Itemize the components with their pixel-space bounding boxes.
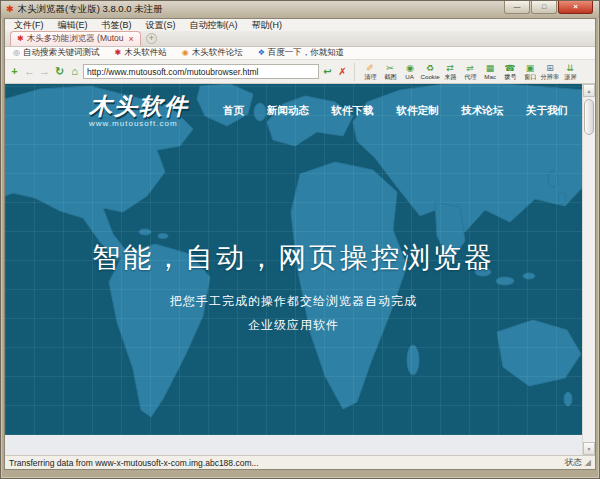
minimize-button[interactable]: —	[504, 1, 530, 14]
tab-favicon-icon: ✱	[17, 35, 24, 43]
site-header: 木头软件 www.mutousoft.com 首页新闻动态软件下载软件定制技术论…	[89, 94, 568, 128]
close-button[interactable]: ×	[558, 1, 593, 14]
bookmark-label: 木头软件站	[124, 47, 167, 59]
tab-active[interactable]: ✱ 木头多功能浏览器 (Mutou ×	[10, 31, 141, 46]
toolbar-nav-icon[interactable]: +	[8, 66, 21, 77]
site-logo[interactable]: 木头软件 www.mutousoft.com	[89, 94, 189, 128]
window-title: 木头浏览器(专业版) 3.8.0.0 未注册	[18, 3, 500, 16]
site-nav-link[interactable]: 首页	[223, 104, 244, 118]
go-icon[interactable]: ↩	[321, 67, 334, 77]
toolbar-action-button[interactable]: ◉ UA	[400, 63, 420, 81]
toolbar-action-label: 拨号	[504, 73, 516, 81]
toolbar-action-button[interactable]: ▦ Mac	[480, 63, 500, 81]
site-logo-url: www.mutousoft.com	[89, 119, 189, 128]
bookmark-item[interactable]: ❖ 百度一下，你就知道	[258, 47, 345, 59]
tab-bar: ✱ 木头多功能浏览器 (Mutou × +	[5, 31, 595, 47]
hero-title: 智能，自动，网页操控浏览器	[5, 239, 582, 277]
toolbar-action-button[interactable]: ☎ 拨号	[500, 63, 520, 81]
site-logo-title: 木头软件	[89, 94, 189, 118]
toolbar-action-icon: ▣	[526, 63, 535, 73]
toolbar-action-icon: ⇌	[466, 63, 474, 73]
toolbar-nav-icon[interactable]: →	[38, 66, 51, 77]
toolbar-action-button[interactable]: ⇌ 代理	[460, 63, 480, 81]
site-nav-link[interactable]: 新闻动态	[267, 104, 309, 118]
window-controls: — □ ×	[504, 1, 593, 14]
toolbar-action-label: 代理	[464, 73, 476, 81]
toolbar-action-label: Mac	[484, 73, 496, 81]
toolbar-action-icon: ▦	[486, 63, 495, 73]
bookmark-favicon-icon: ❖	[258, 49, 265, 57]
toolbar-action-button[interactable]: ♻ Cookie	[420, 63, 440, 81]
toolbar-action-label: 分辨率	[541, 73, 560, 81]
hero-section: 智能，自动，网页操控浏览器 把您手工完成的操作都交给浏览器自动完成 企业级应用软…	[5, 239, 582, 334]
toolbar-action-label: 滚屏	[564, 73, 576, 81]
toolbar-action-icon: ⇄	[446, 63, 454, 73]
menu-item[interactable]: 编辑(E)	[51, 19, 95, 31]
toolbar-action-button[interactable]: ▣ 窗口	[520, 63, 540, 81]
toolbar-action-label: 清理	[364, 73, 376, 81]
toolbar-action-label: 来路	[444, 73, 456, 81]
toolbar-action-label: 窗口	[524, 73, 536, 81]
maximize-button[interactable]: □	[531, 1, 557, 14]
bookmark-favicon-icon: ◎	[13, 49, 20, 57]
status-bar: Transferring data from www-x-mutousoft-x…	[5, 455, 595, 469]
scroll-up-icon[interactable]: ▲	[583, 84, 595, 97]
menu-item[interactable]: 帮助(H)	[245, 19, 290, 31]
toolbar-action-icon: ☎	[504, 63, 515, 73]
bookmark-label: 百度一下，你就知道	[268, 47, 345, 59]
status-label: 状态	[565, 457, 582, 469]
toolbar-action-icon: ◉	[406, 63, 414, 73]
site-nav-link[interactable]: 软件下载	[332, 104, 374, 118]
stop-icon[interactable]: ✗	[336, 67, 349, 77]
bookmark-favicon-icon: ◉	[182, 49, 189, 57]
toolbar-action-label: UA	[406, 73, 415, 81]
toolbar-separator	[354, 63, 355, 81]
browser-window: ✱ 木头浏览器(专业版) 3.8.0.0 未注册 — □ × 文件(F)编辑(E…	[0, 0, 600, 479]
menu-item[interactable]: 设置(S)	[139, 19, 183, 31]
menu-item[interactable]: 文件(F)	[7, 19, 51, 31]
toolbar-action-button[interactable]: ⇄ 来路	[440, 63, 460, 81]
bookmark-item[interactable]: ◉ 木头软件论坛	[182, 47, 243, 59]
address-input[interactable]	[83, 64, 319, 79]
toolbar-action-button[interactable]: ✂ 截图	[380, 63, 400, 81]
site-nav-link[interactable]: 软件定制	[396, 104, 438, 118]
scroll-down-icon[interactable]: ▼	[583, 442, 595, 455]
bookmark-label: 木头软件论坛	[192, 47, 243, 59]
hero-subtitle-1: 把您手工完成的操作都交给浏览器自动完成	[5, 293, 582, 310]
web-page: 木头软件 www.mutousoft.com 首页新闻动态软件下载软件定制技术论…	[5, 84, 582, 455]
address-toolbar: +←→↻⌂ ↩ ✗ ✐ 清理 ✂ 截图	[5, 60, 595, 84]
menu-item[interactable]: 书签(B)	[95, 19, 139, 31]
bookmark-label: 自动搜索关键词测试	[23, 47, 100, 59]
toolbar-action-icon: ⊞	[546, 63, 554, 73]
site-nav: 首页新闻动态软件下载软件定制技术论坛关于我们	[223, 104, 568, 118]
toolbar-action-button[interactable]: ✐ 清理	[360, 63, 380, 81]
resize-grip[interactable]: ◢	[585, 459, 591, 467]
toolbar-action-buttons: ✐ 清理 ✂ 截图 ◉ UA ♻ Cookie	[360, 63, 580, 81]
toolbar-nav-icon[interactable]: ⌂	[68, 66, 81, 77]
page-next-section	[5, 435, 582, 455]
scrollbar-thumb[interactable]	[584, 99, 594, 135]
world-map-hero: 木头软件 www.mutousoft.com 首页新闻动态软件下载软件定制技术论…	[5, 84, 582, 435]
client-area: 文件(F)编辑(E)书签(B)设置(S)自动控制(A)帮助(H) ✱ 木头多功能…	[4, 18, 596, 470]
menu-item[interactable]: 自动控制(A)	[183, 19, 245, 31]
toolbar-action-label: Cookie	[420, 73, 439, 81]
bookmark-item[interactable]: ✱ 木头软件站	[114, 47, 166, 59]
site-nav-link[interactable]: 技术论坛	[461, 104, 503, 118]
menu-bar: 文件(F)编辑(E)书签(B)设置(S)自动控制(A)帮助(H)	[5, 19, 595, 31]
toolbar-nav-icon[interactable]: ←	[23, 66, 36, 77]
site-nav-link[interactable]: 关于我们	[526, 104, 568, 118]
toolbar-nav-icon[interactable]: ↻	[53, 66, 66, 77]
toolbar-action-icon: ✐	[366, 63, 374, 73]
status-text: Transferring data from www-x-mutousoft-x…	[9, 458, 259, 468]
bookmark-item[interactable]: ◎ 自动搜索关键词测试	[13, 47, 99, 59]
toolbar-action-button[interactable]: ⊞ 分辨率	[540, 63, 560, 81]
vertical-scrollbar[interactable]: ▲ ▼	[582, 84, 595, 455]
toolbar-action-icon: ⇊	[566, 63, 574, 73]
bookmarks-bar: ◎ 自动搜索关键词测试 ✱ 木头软件站 ◉ 木头软件论坛 ❖ 百度一下，你就知道	[5, 47, 595, 60]
tab-title: 木头多功能浏览器 (Mutou	[27, 33, 124, 45]
new-tab-button[interactable]: +	[146, 33, 157, 44]
title-bar: ✱ 木头浏览器(专业版) 3.8.0.0 未注册 — □ ×	[1, 1, 599, 18]
toolbar-action-icon: ✂	[386, 63, 394, 73]
tab-close-icon[interactable]: ×	[129, 35, 134, 44]
toolbar-action-button[interactable]: ⇊ 滚屏	[560, 63, 580, 81]
